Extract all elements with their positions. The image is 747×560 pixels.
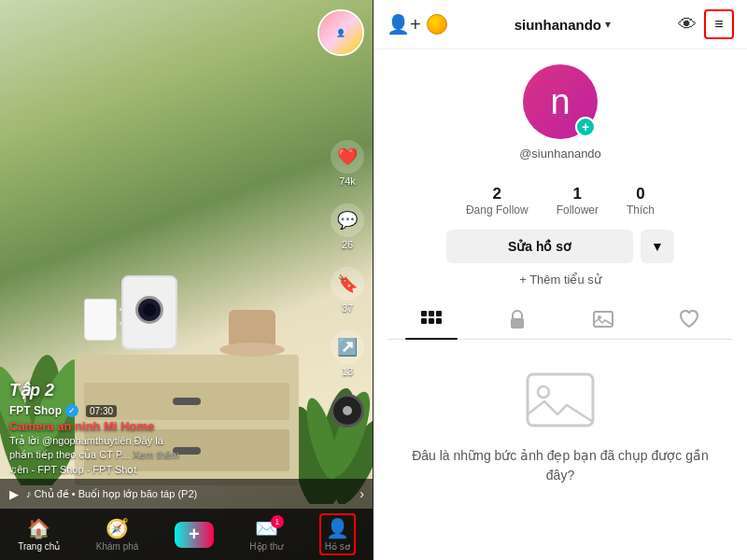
followers-label: Follower	[557, 203, 599, 217]
avatar-container: n +	[523, 64, 598, 139]
nav-profile-label: Hồ sơ	[325, 541, 350, 552]
nav-item-home[interactable]: 🏠 Trang chủ	[18, 517, 60, 552]
tab-favorites[interactable]	[646, 300, 732, 339]
share-action[interactable]: ↗️ 13	[331, 330, 364, 377]
bottom-banner[interactable]: ▶ ♪ Chủ đề • Buổi họp lớp bão táp (P2) ›	[0, 479, 374, 509]
verified-badge: ✓	[65, 404, 78, 417]
svg-rect-16	[429, 318, 434, 324]
compass-icon: 🧭	[106, 517, 129, 539]
inbox-icon-wrapper: ✉️ 1	[255, 517, 278, 539]
empty-state-icon	[523, 370, 598, 435]
likes-label: Thích	[627, 203, 655, 217]
following-count: 2	[493, 185, 501, 203]
hat-brim	[219, 343, 285, 357]
chevron-right-icon: ›	[359, 486, 364, 501]
tab-locked[interactable]	[474, 300, 560, 339]
see-more-link[interactable]: Xem thêm	[133, 449, 179, 460]
svg-rect-21	[528, 374, 593, 426]
nav-item-inbox[interactable]: ✉️ 1 Hộp thư	[249, 517, 283, 552]
heart-outline-icon	[679, 310, 699, 329]
add-label: +	[189, 524, 200, 545]
nav-home-label: Trang chủ	[18, 541, 60, 552]
music-disc-icon	[331, 394, 364, 427]
time-badge: 07:30	[86, 405, 117, 417]
security-camera	[121, 275, 187, 359]
video-channel: FPT Shop ✓ 07:30	[9, 404, 317, 417]
grid-icon	[421, 311, 442, 328]
video-desc: Trả lời @ngophamthuytiên Đây là	[9, 435, 317, 447]
svg-rect-12	[421, 311, 427, 316]
svg-point-22	[538, 386, 549, 398]
avatar[interactable]: 👤	[317, 9, 364, 56]
header-left: 👤+	[387, 13, 447, 35]
comment-action[interactable]: 💬 26	[331, 203, 364, 250]
photo-landscape-icon	[523, 370, 598, 435]
tab-videos[interactable]	[388, 300, 474, 339]
empty-state-text: Đâu là những bức ảnh đẹp bạn đã chụp đượ…	[407, 446, 713, 485]
menu-button[interactable]: ≡	[704, 9, 734, 39]
following-label: Đang Follow	[466, 203, 529, 217]
eye-icon[interactable]: 👁	[678, 14, 697, 35]
like-count: 74k	[339, 175, 356, 187]
add-user-icon[interactable]: 👤+	[387, 13, 421, 35]
nav-bar: 🏠 Trang chủ 🧭 Khám phá + ✉️ 1 Hộp thư	[0, 509, 374, 560]
bottom-banner-text: ♪ Chủ đề • Buổi họp lớp bão táp (P2)	[26, 488, 352, 500]
nav-inbox-label: Hộp thư	[249, 541, 283, 552]
camera-lens-inner	[143, 303, 156, 316]
comment-count: 26	[342, 239, 353, 250]
video-desc-text: Trả lời @ngophamthuytiên Đây là	[9, 435, 163, 446]
camera-lens	[135, 296, 163, 324]
chevron-down-icon[interactable]: ▾	[605, 18, 611, 31]
stat-likes[interactable]: 0 Thích	[627, 185, 655, 217]
avatar-add-button[interactable]: +	[575, 117, 596, 137]
bookmark-action[interactable]: 🔖 37	[331, 267, 364, 314]
nav-item-explore[interactable]: 🧭 Khám phá	[96, 517, 139, 552]
profile-icon: 👤	[326, 517, 349, 539]
header-right: 👁 ≡	[678, 9, 734, 39]
episode-label: Tập 2	[9, 380, 317, 400]
stats-row: 2 Đang Follow 1 Follower 0 Thích	[388, 185, 732, 217]
video-overlay: Tập 2 FPT Shop ✓ 07:30 Camera an ninh Mi…	[0, 380, 327, 476]
video-music: ♫ên - FPT Shop - FPT Shọt	[9, 464, 317, 476]
hat-top	[229, 310, 275, 347]
tab-liked[interactable]	[560, 300, 646, 339]
avatar-image: 👤	[319, 11, 362, 54]
username-text[interactable]: siunhanando	[514, 17, 601, 33]
video-background: 👤 ❤️ 74k 💬 26 🔖 37 ↗️ 13	[0, 0, 374, 560]
stat-following[interactable]: 2 Đang Follow	[466, 185, 529, 217]
stat-followers[interactable]: 1 Follower	[557, 185, 599, 217]
inbox-badge: 1	[271, 515, 284, 528]
followers-count: 1	[573, 185, 582, 203]
like-action[interactable]: ❤️ 74k	[331, 140, 364, 187]
svg-rect-15	[421, 318, 427, 324]
edit-profile-button[interactable]: Sửa hồ sơ	[446, 230, 633, 263]
profile-header: 👤+ siunhanando ▾ 👁 ≡	[374, 0, 747, 49]
photo-icon	[593, 311, 613, 328]
profile-actions: Sửa hồ sơ ▼	[388, 230, 732, 263]
video-desc2-text: phần tiếp theo của CT P...	[9, 449, 130, 460]
music-disc[interactable]	[331, 394, 364, 427]
gold-coin-icon[interactable]	[427, 14, 447, 35]
add-bio[interactable]: + Thêm tiểu sử	[388, 273, 732, 287]
nav-item-add[interactable]: +	[175, 522, 214, 548]
comment-icon: 💬	[331, 203, 364, 237]
left-panel: 👤 ❤️ 74k 💬 26 🔖 37 ↗️ 13	[0, 0, 374, 560]
add-bio-text: + Thêm tiểu sử	[519, 273, 601, 287]
home-icon: 🏠	[27, 517, 50, 539]
hat	[224, 310, 280, 357]
profile-handle: @siunhanando	[519, 147, 601, 161]
video-title: Camera an ninh Mi Home	[9, 419, 317, 433]
mug-body	[84, 299, 117, 341]
heart-icon: ❤️	[331, 140, 364, 174]
svg-rect-17	[436, 318, 442, 324]
share-icon: ↗️	[331, 330, 364, 364]
avatar-letter: n	[550, 82, 570, 122]
mug	[84, 299, 121, 350]
channel-name: FPT Shop	[9, 404, 62, 417]
empty-state: Đâu là những bức ảnh đẹp bạn đã chụp đượ…	[388, 351, 732, 504]
profile-body: n + @siunhanando 2 Đang Follow 1 Followe…	[374, 49, 747, 560]
dropdown-button[interactable]: ▼	[641, 230, 674, 263]
share-count: 13	[342, 366, 353, 377]
svg-rect-13	[429, 311, 434, 316]
nav-item-profile[interactable]: 👤 Hồ sơ	[319, 513, 356, 555]
